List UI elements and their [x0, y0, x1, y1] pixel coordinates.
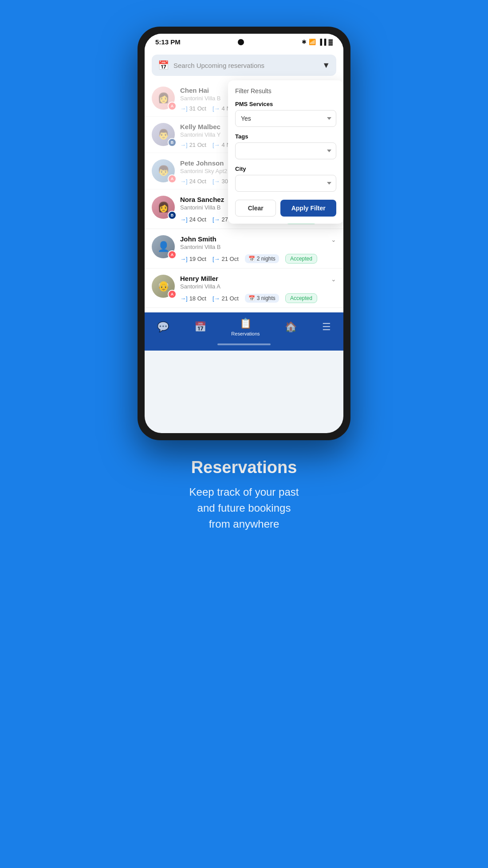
avatar-face: 👨 [157, 129, 169, 140]
platform-badge-airbnb: A [168, 174, 177, 183]
checkin-icon: →] [180, 256, 188, 262]
avatar-face: 👦 [157, 165, 169, 177]
filter-title: Filter Results [235, 87, 336, 95]
nav-item-calendar[interactable]: 📅 [194, 321, 206, 333]
status-badge: Accepted [285, 254, 317, 264]
calendar-icon: 📅 [158, 60, 169, 71]
platform-badge-airbnb: A [168, 102, 177, 110]
nav-item-home[interactable]: 🏠 [285, 321, 297, 333]
nav-reservations-label: Reservations [231, 331, 260, 336]
guest-name: Henry Miller [180, 275, 336, 282]
chevron-down-icon: ⌄ [331, 236, 336, 243]
avatar-wrapper: 👴 A [152, 275, 175, 298]
dates-row: →] 18 Oct [→ 21 Oct 📅 3 nights Accepted [180, 293, 336, 303]
checkin-date: →] 31 Oct [180, 105, 206, 112]
nights-label: 3 nights [257, 295, 275, 301]
checkout-label: 21 Oct [222, 295, 239, 302]
city-select[interactable] [235, 175, 336, 192]
city-label: City [235, 166, 336, 172]
checkout-icon: [→ [213, 105, 220, 112]
checkin-date: →] 24 Oct [180, 178, 206, 185]
signal-icon: ▐▐ [318, 39, 326, 45]
reservation-list: 👩 A Chen Hai Santorini Villa B →] 31 Oct… [145, 80, 343, 312]
checkin-icon: →] [180, 216, 188, 223]
filter-icon[interactable]: ▼ [322, 61, 330, 70]
status-icons: ✱ 📶 ▐▐ ▓ [302, 39, 333, 45]
bottom-nav: 💬 📅 📋 Reservations 🏠 ☰ [145, 312, 343, 340]
checkin-icon: →] [180, 295, 188, 302]
status-time: 5:13 PM [155, 38, 181, 46]
checkin-date: →] 24 Oct [180, 216, 206, 223]
checkin-date: →] 21 Oct [180, 142, 206, 148]
avatar-wrapper: 👨 B [152, 123, 175, 146]
property-name: Santorini Villa A [180, 283, 336, 290]
status-bar: 5:13 PM ✱ 📶 ▐▐ ▓ [145, 34, 343, 48]
nights-label: 2 nights [257, 256, 275, 262]
nav-item-messages[interactable]: 💬 [157, 321, 169, 333]
checkin-date: →] 19 Oct [180, 256, 206, 262]
calendar-nav-icon: 📅 [194, 321, 206, 333]
avatar-face: 👴 [157, 280, 169, 292]
avatar-wrapper: 👩 B [152, 196, 175, 219]
reservation-info: John Smith Santorini Villa B →] 19 Oct [… [180, 235, 336, 264]
checkout-icon: [→ [213, 295, 220, 302]
battery-icon: ▓ [329, 39, 333, 45]
avatar-face: 👤 [157, 241, 169, 253]
nights-badge: 📅 2 nights [245, 254, 279, 263]
avatar-wrapper: 👦 A [152, 159, 175, 182]
platform-badge-booking: B [168, 138, 177, 147]
nav-item-menu[interactable]: ☰ [322, 321, 331, 333]
nav-item-reservations[interactable]: 📋 Reservations [231, 318, 260, 336]
search-placeholder: Search Upcoming reservations [173, 62, 318, 69]
checkin-icon: →] [180, 178, 188, 185]
calendar-small-icon: 📅 [248, 295, 255, 301]
home-nav-icon: 🏠 [285, 321, 297, 333]
checkout-icon: [→ [213, 256, 220, 262]
nights-badge: 📅 3 nights [245, 294, 279, 303]
checkin-label: 21 Oct [189, 142, 206, 148]
checkin-label: 31 Oct [189, 105, 206, 112]
home-bar [217, 343, 271, 345]
checkin-icon: →] [180, 142, 188, 148]
search-bar[interactable]: 📅 Search Upcoming reservations ▼ [152, 55, 336, 76]
reservation-item[interactable]: 👴 A Henry Miller Santorini Villa A →] 18… [145, 268, 343, 308]
phone-screen: 5:13 PM ✱ 📶 ▐▐ ▓ 📅 Search Upcoming reser… [145, 34, 343, 433]
platform-badge-booking: B [168, 211, 177, 220]
property-name: Santorini Villa B [180, 244, 336, 250]
page-subtitle: Keep track of your pastand future bookin… [189, 484, 299, 532]
checkin-label: 24 Oct [189, 178, 206, 185]
menu-icon: ☰ [322, 321, 331, 333]
filter-buttons: Clear Apply Filter [235, 200, 336, 217]
checkin-label: 24 Oct [189, 216, 206, 223]
platform-badge-airbnb: A [168, 290, 177, 299]
checkout-date: [→ 21 Oct [213, 256, 239, 262]
bottom-text-section: Reservations Keep track of your pastand … [163, 458, 326, 532]
checkout-label: 21 Oct [222, 256, 239, 262]
pms-select[interactable]: Yes No [235, 110, 336, 127]
status-badge: Accepted [285, 293, 317, 303]
checkin-label: 18 Oct [189, 295, 206, 302]
messages-icon: 💬 [157, 321, 169, 333]
search-area: 📅 Search Upcoming reservations ▼ [145, 48, 343, 80]
pms-label: PMS Services [235, 101, 336, 107]
chevron-down-icon: ⌄ [331, 276, 336, 283]
avatar-face: 👩 [157, 92, 169, 104]
tags-select[interactable] [235, 142, 336, 159]
dates-row: →] 19 Oct [→ 21 Oct 📅 2 nights Accepted [180, 254, 336, 264]
clear-button[interactable]: Clear [235, 200, 276, 217]
reservation-item[interactable]: 👤 A John Smith Santorini Villa B →] 19 O… [145, 229, 343, 268]
home-indicator [145, 340, 343, 351]
bluetooth-icon: ✱ [302, 39, 307, 45]
page-title: Reservations [189, 458, 299, 477]
apply-filter-button[interactable]: Apply Filter [280, 200, 336, 217]
wifi-icon: 📶 [309, 39, 316, 45]
checkout-icon: [→ [213, 142, 220, 148]
avatar-wrapper: 👤 A [152, 235, 175, 258]
checkin-date: →] 18 Oct [180, 295, 206, 302]
checkin-icon: →] [180, 105, 188, 112]
avatar-wrapper: 👩 A [152, 87, 175, 110]
filter-panel: Filter Results PMS Services Yes No Tags … [228, 80, 343, 224]
reservation-info: Henry Miller Santorini Villa A →] 18 Oct… [180, 275, 336, 303]
guest-name: John Smith [180, 235, 336, 243]
platform-badge-airbnb: A [168, 250, 177, 259]
